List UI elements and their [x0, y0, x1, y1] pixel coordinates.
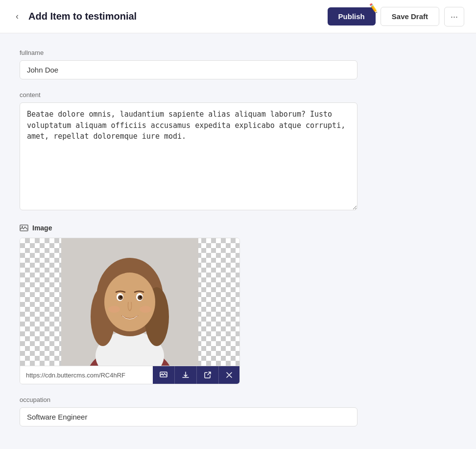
header-left: ‹ Add Item to testimonial	[12, 9, 137, 24]
back-button[interactable]: ‹	[12, 9, 23, 24]
publish-button[interactable]: Publish	[328, 7, 376, 25]
content-field-group: content Beatae dolore omnis, laudantium …	[20, 91, 362, 212]
content-textarea[interactable]: Beatae dolore omnis, laudantium sapiente…	[20, 102, 357, 210]
content-label: content	[20, 91, 362, 99]
image-external-button[interactable]	[197, 366, 219, 384]
fullname-input[interactable]	[20, 60, 357, 79]
image-url-text: https://cdn.buttercms.com/RC4hRF	[20, 367, 153, 384]
image-replace-button[interactable]	[153, 366, 175, 384]
svg-point-1	[22, 226, 23, 227]
image-url-bar: https://cdn.buttercms.com/RC4hRF	[20, 366, 239, 384]
image-icon	[20, 224, 28, 231]
page-header: ‹ Add Item to testimonial Publish Save D…	[0, 0, 476, 33]
image-field-group: Image	[20, 224, 362, 384]
svg-point-9	[104, 273, 155, 331]
more-options-button[interactable]: ···	[444, 7, 464, 26]
svg-point-16	[108, 306, 120, 313]
image-download-button[interactable]	[175, 366, 197, 384]
header-right: Publish Save Draft ···	[328, 7, 464, 26]
image-container: https://cdn.buttercms.com/RC4hRF	[20, 238, 240, 384]
occupation-input[interactable]	[20, 407, 357, 426]
fullname-label: fullname	[20, 49, 362, 56]
person-image	[61, 238, 198, 366]
fullname-field-group: fullname	[20, 49, 362, 79]
image-action-bar	[153, 366, 239, 384]
svg-point-17	[140, 306, 151, 313]
image-remove-button[interactable]	[219, 367, 239, 383]
main-content: fullname content Beatae dolore omnis, la…	[0, 33, 382, 449]
save-draft-button[interactable]: Save Draft	[381, 7, 439, 26]
image-section-label: Image	[20, 224, 362, 232]
occupation-label: occupation	[20, 396, 362, 403]
page-title: Add Item to testimonial	[28, 11, 137, 22]
image-label-text: Image	[32, 224, 52, 232]
occupation-field-group: occupation	[20, 396, 362, 426]
image-checkerboard	[20, 238, 239, 366]
svg-point-14	[120, 296, 122, 298]
svg-point-15	[140, 296, 142, 298]
